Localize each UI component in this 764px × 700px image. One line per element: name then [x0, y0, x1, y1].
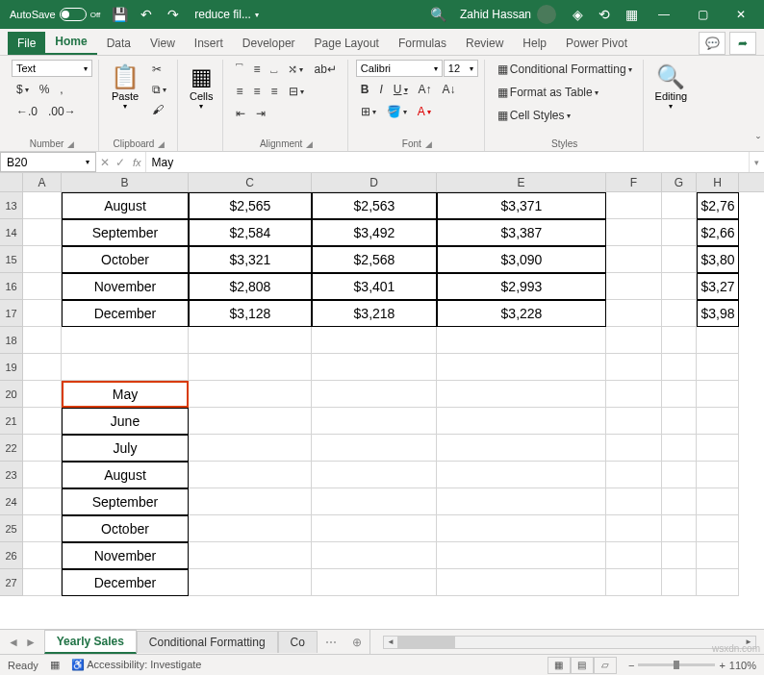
cell[interactable]: [662, 300, 697, 327]
cell[interactable]: [697, 408, 739, 435]
undo-icon[interactable]: ↶: [133, 1, 160, 28]
number-format-dropdown[interactable]: Text▾: [12, 60, 92, 77]
collapse-ribbon-button[interactable]: ˇ: [756, 136, 760, 149]
italic-button[interactable]: I: [375, 80, 388, 99]
macro-icon[interactable]: ▦: [50, 659, 60, 671]
cell[interactable]: June: [62, 408, 189, 435]
increase-indent-button[interactable]: ⇥: [251, 104, 270, 123]
spreadsheet-grid[interactable]: A B C D E F G H 13August$2,565$2,563$3,3…: [0, 173, 764, 629]
tab-help[interactable]: Help: [513, 32, 556, 55]
cell[interactable]: [312, 542, 437, 569]
cell[interactable]: $3,492: [312, 219, 437, 246]
cell[interactable]: $2,993: [437, 273, 606, 300]
horizontal-scrollbar[interactable]: ◄ ►: [383, 636, 756, 649]
cell[interactable]: [437, 515, 606, 542]
align-top-button[interactable]: ⎴: [231, 60, 247, 79]
cell[interactable]: $2,563: [312, 192, 437, 219]
cell[interactable]: [662, 542, 697, 569]
cell[interactable]: [23, 273, 62, 300]
cell[interactable]: [312, 515, 437, 542]
cell[interactable]: [189, 542, 312, 569]
cut-button[interactable]: ✂: [147, 60, 171, 79]
row-header[interactable]: 17: [0, 300, 23, 327]
row-header[interactable]: 23: [0, 462, 23, 488]
cell[interactable]: [312, 488, 437, 515]
row-header[interactable]: 15: [0, 246, 23, 273]
cell[interactable]: [23, 408, 62, 435]
cell[interactable]: November: [62, 542, 189, 569]
cell[interactable]: [662, 515, 697, 542]
cell[interactable]: [606, 300, 662, 327]
cell[interactable]: [437, 381, 606, 408]
cell[interactable]: $2,568: [312, 246, 437, 273]
cell-styles-button[interactable]: ▦ Cell Styles▾: [493, 106, 575, 125]
cell[interactable]: [189, 435, 312, 462]
align-center-button[interactable]: ≡: [248, 82, 265, 101]
cell[interactable]: [697, 569, 739, 596]
zoom-in-button[interactable]: +: [719, 660, 725, 671]
cell[interactable]: [606, 327, 662, 354]
cell[interactable]: [662, 462, 697, 488]
row-header[interactable]: 24: [0, 488, 23, 515]
tab-file[interactable]: File: [8, 32, 45, 55]
cell[interactable]: $2,584: [189, 219, 312, 246]
row-header[interactable]: 18: [0, 327, 23, 354]
cell[interactable]: July: [62, 435, 189, 462]
enter-formula-button[interactable]: ✓: [115, 156, 125, 169]
cell[interactable]: October: [62, 246, 189, 273]
cell[interactable]: $2,76: [697, 192, 739, 219]
col-header-E[interactable]: E: [437, 173, 606, 191]
cell[interactable]: [189, 354, 312, 381]
cell[interactable]: [662, 354, 697, 381]
cell[interactable]: [23, 246, 62, 273]
format-painter-button[interactable]: 🖌: [147, 100, 171, 119]
cell[interactable]: [437, 462, 606, 488]
cell[interactable]: [606, 435, 662, 462]
minimize-button[interactable]: —: [645, 0, 683, 29]
cell[interactable]: [23, 192, 62, 219]
cell[interactable]: $3,401: [312, 273, 437, 300]
cell[interactable]: [189, 327, 312, 354]
increase-font-button[interactable]: A↑: [414, 80, 437, 99]
new-sheet-button[interactable]: ⊕: [344, 636, 369, 649]
row-header[interactable]: 25: [0, 515, 23, 542]
col-header-A[interactable]: A: [23, 173, 62, 191]
editing-button[interactable]: 🔍 Editing ▾: [651, 60, 692, 114]
zoom-level[interactable]: 110%: [729, 660, 756, 671]
share-button[interactable]: ➦: [729, 32, 756, 55]
cell[interactable]: [437, 435, 606, 462]
row-header[interactable]: 20: [0, 381, 23, 408]
decrease-decimal-button[interactable]: .00→: [43, 102, 81, 121]
user-account[interactable]: Zahid Hassan: [452, 5, 564, 24]
cell[interactable]: [662, 192, 697, 219]
cell[interactable]: $3,371: [437, 192, 606, 219]
conditional-formatting-button[interactable]: ▦ Conditional Formatting▾: [493, 60, 637, 79]
cell[interactable]: [606, 462, 662, 488]
cell[interactable]: [23, 381, 62, 408]
cell[interactable]: [312, 327, 437, 354]
col-header-H[interactable]: H: [697, 173, 739, 191]
clipboard-launcher[interactable]: ◢: [158, 139, 165, 149]
tab-review[interactable]: Review: [456, 32, 513, 55]
tab-power-pivot[interactable]: Power Pivot: [556, 32, 637, 55]
redo-icon[interactable]: ↷: [160, 1, 187, 28]
cell[interactable]: August: [62, 462, 189, 488]
cell[interactable]: [662, 381, 697, 408]
cell[interactable]: September: [62, 488, 189, 515]
comma-button[interactable]: ,: [55, 80, 67, 99]
cell[interactable]: November: [62, 273, 189, 300]
cell[interactable]: [23, 300, 62, 327]
tab-view[interactable]: View: [140, 32, 185, 55]
cell[interactable]: [189, 462, 312, 488]
cell[interactable]: [189, 381, 312, 408]
sheet-nav[interactable]: ◄►: [0, 636, 44, 649]
sheet-tab-yearly-sales[interactable]: Yearly Sales: [44, 630, 137, 654]
bold-button[interactable]: B: [356, 80, 374, 99]
cell[interactable]: [312, 435, 437, 462]
cell[interactable]: October: [62, 515, 189, 542]
cell[interactable]: [606, 219, 662, 246]
name-box[interactable]: B20▾: [0, 152, 96, 172]
sheet-tab-co[interactable]: Co: [278, 631, 318, 653]
font-launcher[interactable]: ◢: [425, 139, 432, 149]
tab-page-layout[interactable]: Page Layout: [305, 32, 389, 55]
